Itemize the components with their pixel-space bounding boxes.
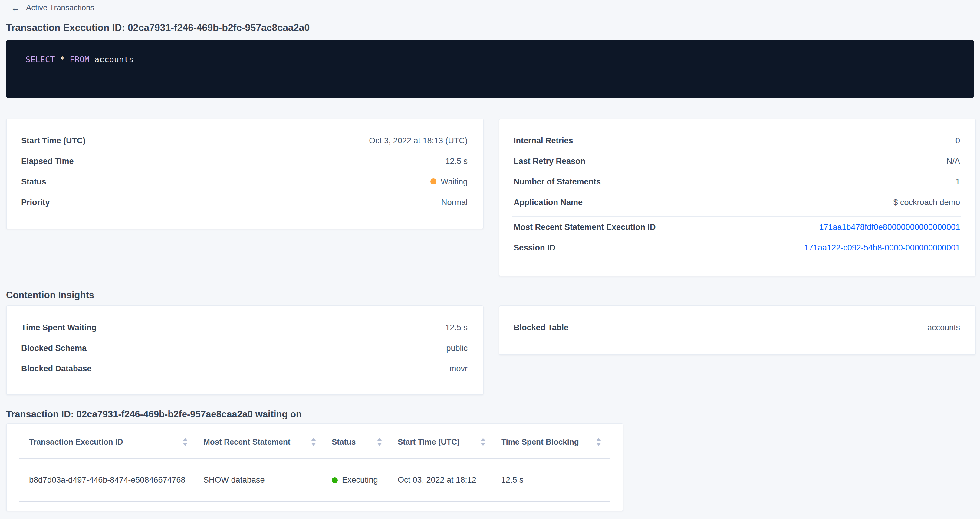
execution-summary-card: Start Time (UTC) Oct 3, 2022 at 18:13 (U…	[6, 119, 483, 229]
cell-status-text: Executing	[342, 475, 378, 484]
table-row: b8d7d03a-d497-446b-8474-e50846674768 SHO…	[7, 459, 623, 502]
blocked-table-label: Blocked Table	[514, 323, 568, 332]
start-time-value: Oct 3, 2022 at 18:13 (UTC)	[369, 136, 468, 145]
blocked-database-row: Blocked Database movr	[7, 358, 483, 379]
executing-status-dot-icon	[332, 477, 338, 483]
execution-metadata-card: Internal Retries 0 Last Retry Reason N/A…	[498, 119, 976, 276]
column-header-start-time[interactable]: Start Time (UTC)	[398, 437, 501, 451]
sort-icon[interactable]	[311, 438, 316, 446]
cell-start-time: Oct 03, 2022 at 18:12	[398, 475, 501, 484]
number-of-statements-row: Number of Statements 1	[499, 171, 975, 192]
sql-star: *	[60, 54, 65, 64]
last-retry-reason-row: Last Retry Reason N/A	[499, 151, 975, 171]
sort-icon[interactable]	[377, 438, 382, 446]
page: ← Active Transactions Transaction Execut…	[0, 0, 980, 519]
contention-details-card: Time Spent Waiting 12.5 s Blocked Schema…	[6, 305, 483, 395]
cell-most-recent-statement: SHOW database	[204, 475, 332, 484]
breadcrumb-label: Active Transactions	[26, 3, 94, 12]
priority-label: Priority	[21, 197, 50, 206]
time-spent-waiting-value: 12.5 s	[445, 323, 468, 332]
back-arrow-icon: ←	[11, 4, 20, 11]
application-name-value: $ cockroach demo	[893, 197, 960, 206]
statement-execution-id-row: Most Recent Statement Execution ID 171aa…	[499, 217, 975, 237]
last-retry-reason-label: Last Retry Reason	[514, 156, 585, 165]
sql-statement-box: SELECT*FROMaccounts	[6, 40, 974, 98]
sort-icon[interactable]	[596, 438, 601, 446]
execution-details-row: Start Time (UTC) Oct 3, 2022 at 18:13 (U…	[6, 119, 976, 276]
cell-time-spent-blocking: 12.5 s	[501, 475, 617, 484]
status-value: Waiting	[430, 177, 468, 186]
priority-value: Normal	[441, 197, 468, 206]
column-header-most-recent-statement[interactable]: Most Recent Statement	[204, 437, 332, 451]
start-time-label: Start Time (UTC)	[21, 136, 86, 145]
breadcrumb-back-link[interactable]: ← Active Transactions	[0, 0, 94, 12]
sql-table-name: accounts	[94, 54, 134, 64]
blocked-table-card: Blocked Table accounts	[498, 305, 976, 355]
column-header-time-spent-blocking[interactable]: Time Spent Blocking	[501, 437, 617, 451]
blocked-database-value: movr	[449, 364, 468, 373]
cell-transaction-execution-id: b8d7d03a-d497-446b-8474-e50846674768	[29, 475, 204, 484]
session-id-row: Session ID 171aa122-c092-54b8-0000-00000…	[499, 237, 975, 258]
application-name-label: Application Name	[514, 197, 582, 206]
cell-status: Executing	[332, 475, 398, 484]
sort-icon[interactable]	[183, 438, 188, 446]
internal-retries-label: Internal Retries	[514, 136, 573, 145]
column-header-status[interactable]: Status	[332, 437, 398, 451]
number-of-statements-value: 1	[956, 177, 960, 186]
contention-row: Time Spent Waiting 12.5 s Blocked Schema…	[6, 305, 976, 395]
session-id-label: Session ID	[514, 243, 555, 252]
elapsed-time-row: Elapsed Time 12.5 s	[7, 151, 483, 171]
internal-retries-row: Internal Retries 0	[499, 130, 975, 151]
statement-execution-id-label: Most Recent Statement Execution ID	[514, 222, 656, 232]
waiting-on-heading: Transaction ID: 02ca7931-f246-469b-b2fe-…	[6, 408, 974, 420]
blocked-database-label: Blocked Database	[21, 364, 92, 373]
blocked-table-value: accounts	[928, 323, 960, 332]
table-row-divider	[19, 502, 609, 502]
statement-execution-id-link[interactable]: 171aa1b478fdf0e80000000000000001	[819, 222, 960, 232]
waiting-on-table-card: Transaction Execution ID Most Recent Sta…	[6, 424, 624, 511]
blocked-schema-value: public	[446, 343, 468, 352]
contention-insights-heading: Contention Insights	[6, 289, 974, 301]
session-id-link[interactable]: 171aa122-c092-54b8-0000-000000000001	[804, 243, 960, 252]
internal-retries-value: 0	[956, 136, 960, 145]
elapsed-time-label: Elapsed Time	[21, 156, 74, 165]
number-of-statements-label: Number of Statements	[514, 177, 601, 186]
time-spent-waiting-row: Time Spent Waiting 12.5 s	[7, 317, 483, 338]
status-label: Status	[21, 177, 46, 186]
waiting-status-dot-icon	[430, 178, 436, 184]
page-title: Transaction Execution ID: 02ca7931-f246-…	[6, 21, 974, 34]
start-time-row: Start Time (UTC) Oct 3, 2022 at 18:13 (U…	[7, 130, 483, 151]
sql-keyword-from: FROM	[70, 54, 89, 64]
time-spent-waiting-label: Time Spent Waiting	[21, 323, 97, 332]
column-header-transaction-execution-id[interactable]: Transaction Execution ID	[29, 437, 204, 451]
last-retry-reason-value: N/A	[947, 156, 960, 165]
priority-row: Priority Normal	[7, 192, 483, 212]
elapsed-time-value: 12.5 s	[445, 156, 468, 165]
application-name-row: Application Name $ cockroach demo	[499, 192, 975, 212]
sql-keyword-select: SELECT	[25, 54, 55, 64]
status-row: Status Waiting	[7, 171, 483, 192]
blocked-schema-label: Blocked Schema	[21, 343, 87, 352]
sort-icon[interactable]	[480, 438, 485, 446]
blocked-table-row: Blocked Table accounts	[499, 317, 975, 338]
status-text: Waiting	[441, 177, 468, 186]
blocked-schema-row: Blocked Schema public	[7, 338, 483, 358]
waiting-on-table-header: Transaction Execution ID Most Recent Sta…	[7, 424, 623, 451]
